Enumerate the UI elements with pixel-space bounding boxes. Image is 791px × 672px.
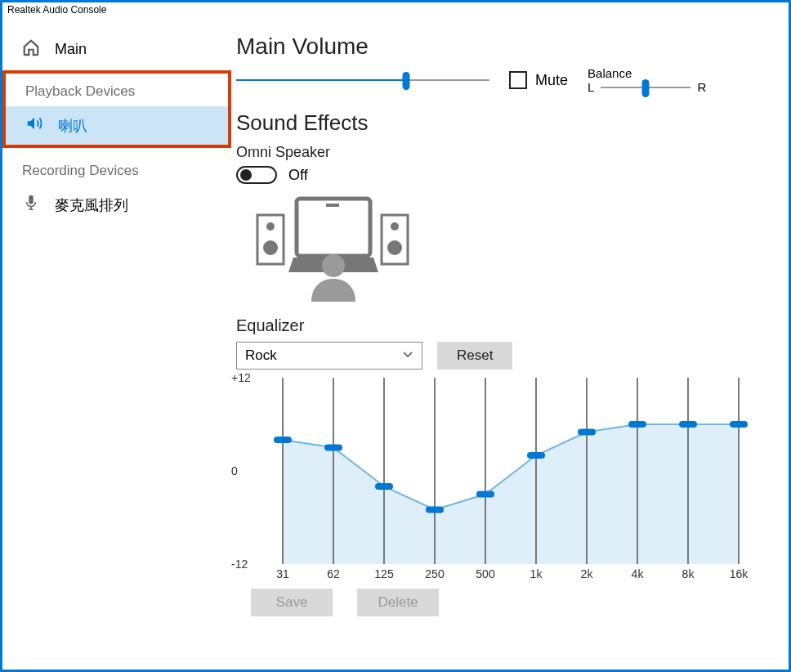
eq-band-label: 2k [561,567,612,580]
balance-right-label: R [697,80,706,94]
eq-band-handle[interactable] [375,483,393,490]
sidebar-section-playback: Playback Devices [6,74,228,106]
home-icon [22,38,40,60]
speaker-icon [25,114,43,137]
eq-band-handle[interactable] [426,507,444,513]
eq-band-label: 31 [257,567,308,580]
eq-band-handle[interactable] [730,421,748,428]
eq-band-label: 8k [663,567,713,580]
equalizer-save-button[interactable]: Save [251,589,333,616]
eq-band-handle[interactable] [476,491,494,498]
eq-band-label: 125 [359,567,409,580]
omni-speaker-label: Omni Speaker [236,144,761,161]
svg-point-2 [266,222,275,231]
equalizer-reset-button[interactable]: Reset [437,342,512,370]
volume-slider[interactable] [236,79,489,81]
balance-label: Balance [588,66,706,80]
eq-band-label: 62 [308,567,359,580]
svg-point-9 [387,240,402,255]
svg-rect-4 [297,199,370,256]
balance-left-label: L [588,80,594,94]
sidebar-item-main[interactable]: Main [2,30,231,69]
sidebar-section-recording: Recording Devices [2,148,231,186]
eq-band-handle[interactable] [324,445,342,451]
eq-band-label: 4k [612,567,663,580]
sidebar-item-speakers[interactable]: 喇叭 [6,106,228,145]
eq-band-label: 500 [460,567,511,580]
omni-toggle[interactable] [236,166,277,184]
eq-band-handle[interactable] [578,429,596,436]
eq-band-handle[interactable] [628,421,646,428]
equalizer-title: Equalizer [236,316,761,335]
eq-band-handle[interactable] [527,452,545,459]
sidebar-item-label: 麥克風排列 [55,195,128,215]
eq-band-label: 16k [713,567,764,580]
balance-slider[interactable] [601,87,690,88]
eq-axis-top: +12 [231,371,251,384]
mute-label: Mute [535,72,568,89]
eq-band-label: 1k [511,567,561,580]
sound-effects-title: Sound Effects [236,110,761,136]
sidebar-item-label: 喇叭 [58,116,87,136]
microphone-icon [22,194,40,216]
svg-rect-0 [29,195,34,204]
sidebar: Main Playback Devices 喇叭 Recording Devic… [2,16,231,672]
sidebar-item-mic[interactable]: 麥克風排列 [2,186,231,224]
equalizer-graph: +12 0 -12 [257,378,764,564]
svg-point-10 [322,254,345,277]
eq-axis-mid: 0 [231,464,238,477]
equalizer-preset-value: Rock [245,347,277,364]
svg-rect-5 [326,204,339,207]
svg-point-3 [263,240,278,255]
omni-state-label: Off [288,167,308,184]
mute-checkbox[interactable] [509,71,527,89]
equalizer-band-labels: 31621252505001k2k4k8k16k [257,564,764,580]
sidebar-item-label: Main [55,41,87,58]
eq-band-handle[interactable] [679,421,697,428]
highlight-box: Playback Devices 喇叭 [2,70,231,148]
main-volume-title: Main Volume [236,34,761,60]
chevron-down-icon [402,349,413,363]
eq-band-label: 250 [409,567,460,580]
eq-axis-bot: -12 [231,558,248,571]
equalizer-preset-select[interactable]: Rock [236,342,422,370]
omni-speaker-graphic [251,190,761,308]
window-title: Realtek Audio Console [2,2,789,16]
equalizer-delete-button[interactable]: Delete [357,589,439,616]
svg-point-8 [391,222,399,231]
main-content: Main Volume Mute Balance L [231,16,789,672]
eq-band-handle[interactable] [274,437,292,443]
